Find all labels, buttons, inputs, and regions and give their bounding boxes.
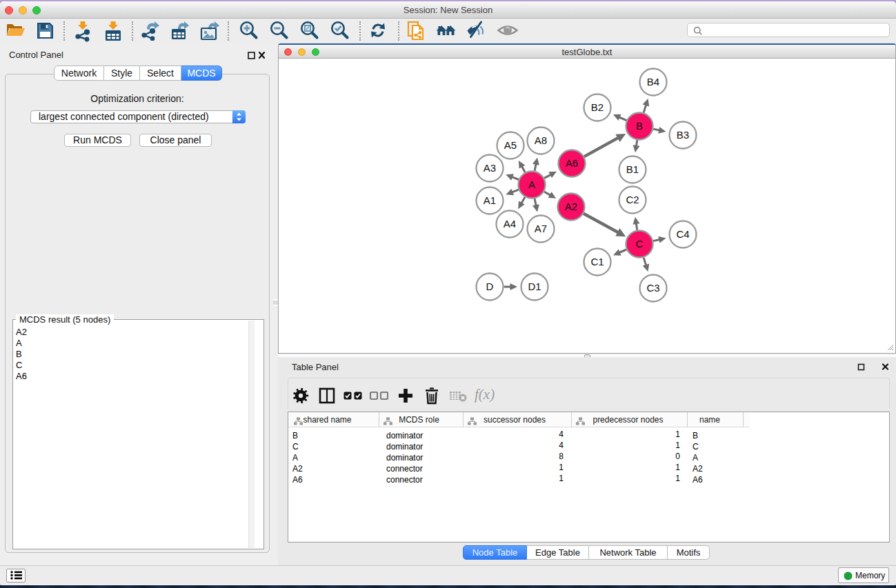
svg-text:D: D [486, 281, 494, 292]
svg-text:A: A [528, 179, 535, 190]
svg-text:A6: A6 [566, 157, 578, 169]
svg-text:A4: A4 [504, 218, 516, 230]
svg-text:A3: A3 [484, 162, 496, 174]
svg-text:A2: A2 [565, 201, 577, 212]
svg-text:C2: C2 [626, 194, 639, 205]
svg-text:D1: D1 [528, 281, 541, 292]
svg-text:B: B [636, 120, 643, 132]
svg-text:C4: C4 [676, 228, 689, 240]
svg-text:B4: B4 [647, 76, 659, 88]
svg-text:C1: C1 [590, 256, 604, 267]
svg-text:B3: B3 [677, 129, 689, 141]
svg-text:A7: A7 [535, 223, 547, 234]
svg-text:B2: B2 [591, 101, 604, 113]
svg-text:A1: A1 [484, 194, 496, 206]
svg-text:C: C [636, 238, 644, 250]
svg-text:B1: B1 [626, 163, 639, 175]
svg-text:A8: A8 [535, 134, 547, 146]
svg-text:A5: A5 [504, 139, 517, 151]
svg-text:C3: C3 [646, 282, 659, 294]
